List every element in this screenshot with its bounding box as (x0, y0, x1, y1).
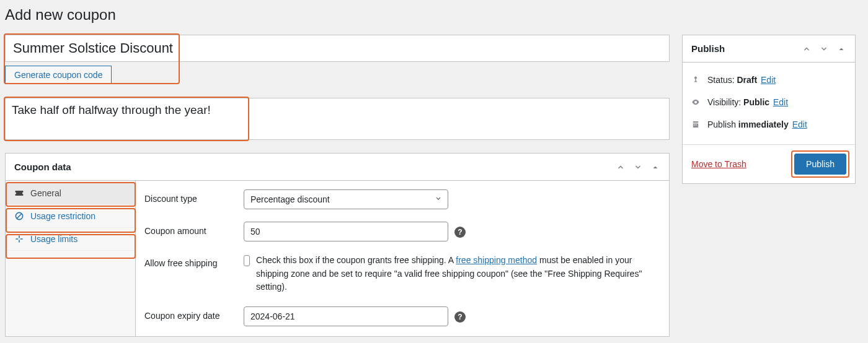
field-free-shipping: Allow free shipping Check this box if th… (144, 254, 660, 294)
free-shipping-label: Allow free shipping (144, 254, 244, 268)
publish-title: Publish (691, 43, 725, 54)
tab-general[interactable]: General (6, 182, 135, 205)
move-to-trash-link[interactable]: Move to Trash (691, 159, 746, 169)
free-shipping-description: Check this box if the coupon grants free… (256, 254, 660, 294)
panel-move-down-button[interactable] (817, 41, 831, 56)
publish-header: Publish (683, 35, 855, 63)
coupon-title-input[interactable] (5, 35, 670, 62)
field-coupon-amount: Coupon amount ? (144, 222, 660, 241)
publish-status-row: Status: Draft Edit (691, 69, 846, 91)
panel-toggle-button[interactable] (648, 160, 663, 175)
blocked-icon (14, 211, 24, 221)
title-group: Generate coupon code (5, 35, 670, 84)
coupon-data-panel: Coupon data (5, 153, 670, 337)
panel-header-buttons (613, 160, 663, 175)
ticket-icon (14, 188, 24, 198)
help-icon[interactable]: ? (454, 227, 466, 238)
calendar-icon (691, 120, 701, 129)
pin-icon (691, 76, 701, 84)
tab-usage-limits[interactable]: Usage limits (6, 228, 135, 251)
discount-type-select[interactable]: Percentage discount (244, 189, 448, 209)
coupon-data-header: Coupon data (6, 154, 669, 181)
sidebar-column: Publish (682, 35, 856, 184)
tab-label: Usage restriction (30, 211, 95, 221)
help-icon[interactable]: ? (454, 311, 466, 323)
tab-label: Usage limits (30, 234, 78, 244)
field-discount-type: Discount type Percentage discount (144, 189, 660, 209)
publish-actions: Move to Trash Publish (683, 144, 855, 183)
description-group: Take half off halfway through the year! (5, 98, 670, 142)
publish-schedule-row: Publish immediately Edit (691, 113, 846, 136)
edit-status-link[interactable]: Edit (761, 75, 776, 85)
panel-header-buttons (799, 41, 849, 56)
coupon-data-fields: Discount type Percentage discount (136, 181, 669, 336)
discount-type-label: Discount type (144, 189, 244, 204)
publish-visibility-row: Visibility: Public Edit (691, 91, 846, 113)
coupon-amount-input[interactable] (244, 222, 448, 241)
panel-move-up-button[interactable] (799, 41, 814, 56)
field-expiry-date: Coupon expiry date ? (144, 306, 660, 326)
tab-label: General (30, 188, 61, 198)
coupon-description-input[interactable]: Take half off halfway through the year! (5, 98, 670, 140)
free-shipping-method-link[interactable]: free shipping method (456, 255, 537, 265)
collapse-icon (14, 234, 24, 244)
coupon-data-title: Coupon data (14, 162, 71, 172)
edit-visibility-link[interactable]: Edit (773, 97, 788, 107)
generate-coupon-code-button[interactable]: Generate coupon code (5, 66, 112, 84)
panel-toggle-button[interactable] (834, 41, 849, 56)
panel-move-down-button[interactable] (631, 160, 645, 175)
coupon-data-tabs: General Usage restriction Usage limits (6, 181, 136, 336)
expiry-date-label: Coupon expiry date (144, 306, 244, 321)
page-title: Add new coupon (5, 6, 856, 24)
free-shipping-checkbox[interactable] (244, 255, 250, 266)
publish-panel: Publish (682, 35, 856, 184)
coupon-amount-label: Coupon amount (144, 222, 244, 236)
expiry-date-input[interactable] (244, 306, 448, 326)
edit-schedule-link[interactable]: Edit (792, 119, 807, 129)
panel-move-up-button[interactable] (613, 160, 628, 175)
publish-body: Status: Draft Edit Visibility: Public Ed… (683, 63, 855, 144)
main-column: Generate coupon code Take half off halfw… (5, 35, 670, 337)
coupon-data-body: General Usage restriction Usage limits (6, 181, 669, 336)
publish-button[interactable]: Publish (794, 154, 846, 175)
content-wrap: Generate coupon code Take half off halfw… (5, 35, 856, 337)
tab-usage-restriction[interactable]: Usage restriction (6, 205, 135, 228)
eye-icon (691, 98, 701, 106)
